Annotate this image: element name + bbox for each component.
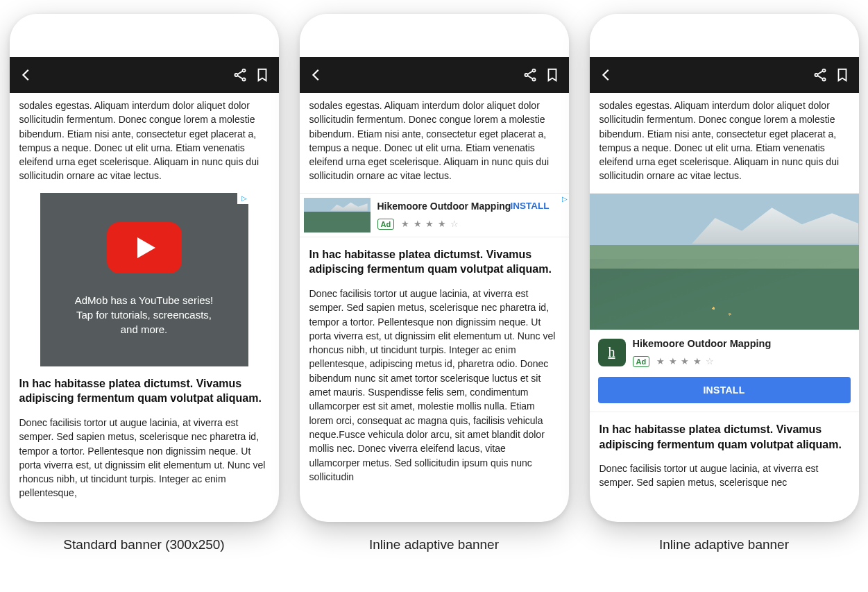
phone-notch-spacer xyxy=(590,14,859,57)
ad-title: Hikemoore Outdoor Mapping xyxy=(633,337,772,351)
article-heading: In hac habitasse platea dictumst. Vivamu… xyxy=(309,247,559,277)
svg-line-4 xyxy=(237,76,242,79)
svg-line-14 xyxy=(817,76,822,79)
svg-point-2 xyxy=(242,78,245,81)
bookmark-icon[interactable] xyxy=(834,67,851,83)
install-button[interactable]: INSTALL xyxy=(598,377,851,403)
inline-adaptive-ad-large[interactable]: ▷ h Hikemoore Outdoor Mapping Ad ★ ★ ★ ★… xyxy=(590,193,859,412)
phone-caption: Standard banner (300x250) xyxy=(63,537,224,552)
standard-banner-ad[interactable]: ▷ AdMob has a YouTube series! Tap for tu… xyxy=(40,193,248,366)
svg-point-5 xyxy=(532,69,535,72)
ad-badge: Ad xyxy=(377,219,395,230)
ad-hero-image xyxy=(590,194,859,330)
youtube-play-icon xyxy=(107,222,182,273)
article-paragraph: Donec facilisis tortor ut augue lacinia,… xyxy=(19,416,269,500)
svg-line-8 xyxy=(527,71,532,75)
svg-line-9 xyxy=(527,76,532,79)
article-heading: In hac habitasse platea dictumst. Vivamu… xyxy=(599,422,849,452)
article-paragraph: sodales egestas. Aliquam interdum dolor … xyxy=(309,99,559,183)
bookmark-icon[interactable] xyxy=(544,67,561,83)
share-icon[interactable] xyxy=(812,67,828,83)
phone-notch-spacer xyxy=(300,14,569,57)
phone-caption: Inline adaptive banner xyxy=(659,537,789,552)
phone-column-2: sodales egestas. Aliquam interdum dolor … xyxy=(300,14,569,552)
svg-point-7 xyxy=(532,78,535,81)
ad-rating: ★ ★ ★ ★ ☆ xyxy=(401,219,459,229)
ad-meta-row: h Hikemoore Outdoor Mapping Ad ★ ★ ★ ★ ☆ xyxy=(590,330,859,373)
ad-meta-row: Ad ★ ★ ★ ★ ☆ xyxy=(377,217,562,231)
svg-point-6 xyxy=(525,74,527,76)
phone-notch-spacer xyxy=(10,14,279,57)
article-paragraph: Donec facilisis tortor ut augue lacinia,… xyxy=(599,462,849,490)
ad-text-line: AdMob has a YouTube series! xyxy=(75,293,214,307)
article-content: sodales egestas. Aliquam interdum dolor … xyxy=(300,93,569,522)
back-icon[interactable] xyxy=(598,67,615,83)
article-content: sodales egestas. Aliquam interdum dolor … xyxy=(10,93,279,522)
article-heading: In hac habitasse platea dictumst. Vivamu… xyxy=(19,376,269,406)
svg-line-13 xyxy=(817,71,822,75)
back-icon[interactable] xyxy=(18,67,35,83)
install-button[interactable]: INSTALL xyxy=(511,199,550,213)
article-paragraph: sodales egestas. Aliquam interdum dolor … xyxy=(19,99,269,183)
share-icon[interactable] xyxy=(522,67,538,83)
inline-adaptive-ad-small[interactable]: ▷ Hikemoore Outdoor Mapping Ad ★ ★ ★ ★ ☆… xyxy=(300,193,569,237)
ad-app-icon: h xyxy=(598,339,626,366)
phone-frame-2: sodales egestas. Aliquam interdum dolor … xyxy=(300,14,569,522)
ad-badge: Ad xyxy=(633,356,650,367)
phone-frame-1: sodales egestas. Aliquam interdum dolor … xyxy=(10,14,279,522)
ad-thumbnail xyxy=(304,198,371,232)
svg-point-0 xyxy=(242,69,245,72)
phones-row: sodales egestas. Aliquam interdum dolor … xyxy=(7,14,861,552)
article-paragraph: Donec facilisis tortor ut augue lacinia,… xyxy=(309,287,559,484)
ad-text-line: Tap for tutorials, screencasts, xyxy=(76,307,212,322)
app-bar xyxy=(590,57,859,93)
article-content: sodales egestas. Aliquam interdum dolor … xyxy=(590,93,859,522)
svg-point-10 xyxy=(822,69,825,72)
share-icon[interactable] xyxy=(232,67,248,83)
ad-rating: ★ ★ ★ ★ ☆ xyxy=(656,356,714,366)
ad-text-line: and more. xyxy=(121,322,168,337)
app-bar xyxy=(10,57,279,93)
app-bar xyxy=(300,57,569,93)
svg-line-3 xyxy=(237,71,242,75)
phone-column-1: sodales egestas. Aliquam interdum dolor … xyxy=(10,14,279,552)
phone-frame-3: sodales egestas. Aliquam interdum dolor … xyxy=(590,14,859,522)
ad-meta-row: Ad ★ ★ ★ ★ ☆ xyxy=(633,354,772,369)
phone-caption: Inline adaptive banner xyxy=(369,537,499,552)
back-icon[interactable] xyxy=(308,67,325,83)
phone-column-3: sodales egestas. Aliquam interdum dolor … xyxy=(590,14,859,552)
svg-point-11 xyxy=(815,74,817,76)
adchoices-icon[interactable]: ▷ xyxy=(558,194,569,205)
svg-point-12 xyxy=(822,78,825,81)
bookmark-icon[interactable] xyxy=(254,67,271,83)
adchoices-icon[interactable]: ▷ xyxy=(237,193,248,204)
article-paragraph: sodales egestas. Aliquam interdum dolor … xyxy=(599,99,849,183)
svg-point-1 xyxy=(235,74,237,76)
